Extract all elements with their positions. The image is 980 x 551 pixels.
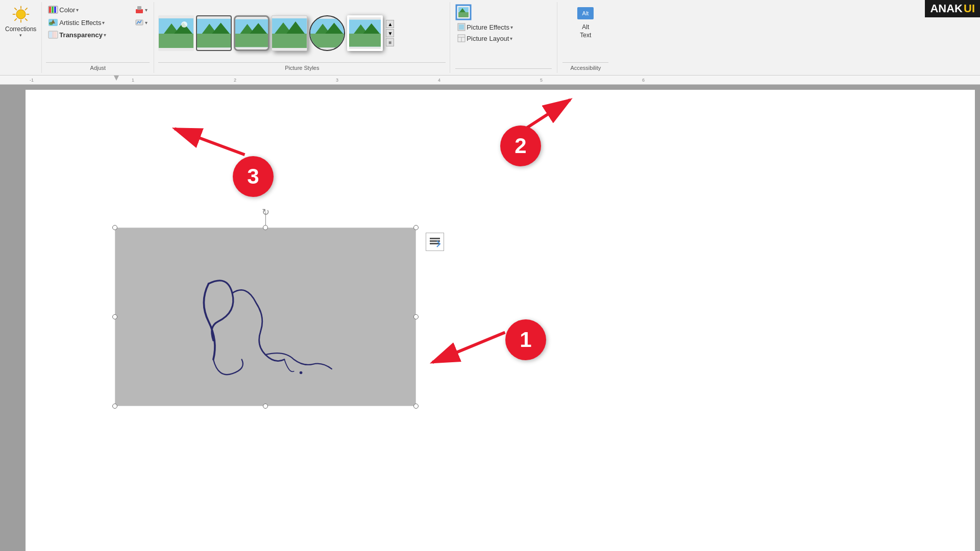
svg-text:Alt: Alt: [582, 10, 589, 16]
handle-middle-left[interactable]: [112, 314, 117, 319]
transparency-icon: [48, 31, 58, 39]
alt-text-icon: Alt: [576, 4, 595, 22]
artistic-extra-arrow: ▾: [145, 20, 148, 26]
adjust-group: Color ▾ ▾ Artistic Effects ▾ ▾: [42, 2, 154, 73]
svg-rect-23: [159, 34, 193, 48]
handle-middle-right[interactable]: [413, 314, 419, 319]
corrections-button[interactable]: Corrections ▾: [0, 2, 42, 73]
accessibility-label: Accessibility: [562, 62, 608, 71]
artistic-effects-button[interactable]: Artistic Effects ▾ ▾: [46, 17, 150, 28]
svg-text:4: 4: [438, 78, 440, 83]
handle-top-right[interactable]: [413, 225, 419, 230]
svg-line-8: [14, 18, 17, 21]
picture-layout-icon: [457, 34, 465, 42]
svg-rect-40: [310, 34, 344, 47]
svg-rect-21: [52, 32, 57, 38]
annotation-1-label: 1: [520, 328, 531, 352]
picture-border-button[interactable]: [455, 4, 472, 20]
handle-bottom-left[interactable]: [112, 404, 117, 409]
style-thumb-5[interactable]: [309, 15, 345, 51]
style-thumb-1[interactable]: [158, 15, 194, 51]
artistic-dropdown-arrow: ▾: [102, 20, 105, 26]
svg-rect-13: [136, 9, 143, 13]
handle-top-left[interactable]: [112, 225, 117, 230]
ruler: -1 1 2 3 4 5 6: [0, 76, 980, 85]
document-area: ↻: [0, 85, 980, 551]
annotation-circle-3: 3: [233, 156, 274, 197]
handle-top-middle[interactable]: [263, 225, 268, 230]
svg-rect-68: [430, 238, 440, 239]
style-thumb-6[interactable]: [347, 15, 383, 51]
handle-bottom-middle[interactable]: [263, 404, 268, 409]
artistic-effects-label: Artistic Effects: [59, 19, 101, 27]
picture-right-group: Picture Effects ▾ Picture Layout ▾: [450, 2, 557, 73]
accessibility-group: Alt Alt Text Accessibility: [557, 2, 614, 73]
svg-rect-69: [430, 240, 440, 242]
signature-svg: [145, 246, 385, 388]
document-page: ↻: [26, 90, 975, 551]
svg-rect-11: [52, 7, 54, 13]
landscape-svg-3: [235, 18, 268, 48]
picture-effects-row[interactable]: Picture Effects ▾: [455, 22, 552, 32]
picture-group-bottom-label: [455, 68, 552, 71]
svg-rect-52: [459, 24, 464, 30]
svg-line-7: [25, 8, 28, 10]
landscape-svg-4: [272, 18, 307, 48]
svg-rect-28: [197, 34, 231, 47]
picture-layout-row[interactable]: Picture Layout ▾: [455, 33, 552, 43]
anakui-logo: ANAK UI: [925, 0, 980, 17]
layout-options-button[interactable]: [426, 233, 444, 251]
picture-styles-label: Picture Styles: [158, 62, 446, 71]
color-label: Color: [59, 6, 75, 14]
scroll-up-button[interactable]: ▲: [386, 20, 394, 28]
svg-rect-49: [458, 12, 469, 17]
svg-rect-32: [235, 34, 268, 47]
color-extra-arrow: ▾: [145, 7, 148, 13]
annotation-circle-2: 2: [500, 126, 541, 166]
adjust-group-label: Adjust: [46, 62, 150, 71]
scroll-down-button[interactable]: ▼: [386, 29, 394, 37]
logo-anak: ANAK: [930, 2, 963, 15]
logo-ui: UI: [964, 2, 975, 15]
transparency-dropdown-arrow: ▾: [104, 32, 106, 38]
transparency-label: Transparency: [59, 31, 103, 39]
picture-border-icon: [455, 4, 472, 20]
picture-layout-label: Picture Layout: [467, 35, 509, 42]
svg-text:1: 1: [132, 78, 134, 83]
svg-rect-12: [54, 7, 56, 13]
ribbon: Corrections ▾ Color ▾ ▾: [0, 0, 980, 76]
artistic-icon: [48, 18, 58, 27]
handle-bottom-right[interactable]: [413, 404, 419, 409]
color-extra-icon: [135, 5, 144, 14]
picture-effects-label: Picture Effects: [467, 23, 509, 31]
layout-options-icon: [429, 236, 441, 248]
alt-text-button[interactable]: Alt Alt Text: [562, 4, 608, 39]
alt-text-label2: Text: [580, 32, 591, 39]
selected-image-container[interactable]: ↻: [115, 228, 416, 406]
selected-image[interactable]: [115, 228, 416, 406]
svg-text:5: 5: [540, 78, 543, 83]
svg-rect-14: [137, 6, 141, 10]
styles-thumbnails-container: ▲ ▼ ≡: [158, 4, 446, 62]
svg-rect-44: [349, 34, 381, 47]
color-button[interactable]: Color ▾ ▾: [46, 4, 150, 15]
alt-text-label: Alt: [582, 23, 589, 31]
landscape-svg-5: [310, 18, 344, 48]
style-thumb-4[interactable]: [272, 15, 307, 51]
artistic-extra-icon: [135, 18, 144, 27]
rotate-handle[interactable]: ↻: [260, 207, 271, 217]
annotation-3-label: 3: [247, 164, 259, 189]
picture-border-row: [455, 4, 552, 20]
svg-point-0: [16, 10, 26, 19]
svg-text:-1: -1: [30, 78, 34, 83]
style-thumb-3[interactable]: [234, 15, 270, 51]
scroll-more-button[interactable]: ≡: [386, 38, 394, 46]
svg-rect-70: [430, 243, 440, 244]
transparency-button[interactable]: Transparency ▾: [46, 30, 150, 40]
svg-line-5: [14, 8, 17, 10]
picture-right-buttons: Picture Effects ▾ Picture Layout ▾: [455, 22, 552, 43]
svg-point-67: [300, 371, 303, 374]
svg-rect-58: [4, 76, 974, 85]
style-thumb-2[interactable]: [196, 15, 232, 51]
styles-scroll: ▲ ▼ ≡: [386, 20, 394, 46]
